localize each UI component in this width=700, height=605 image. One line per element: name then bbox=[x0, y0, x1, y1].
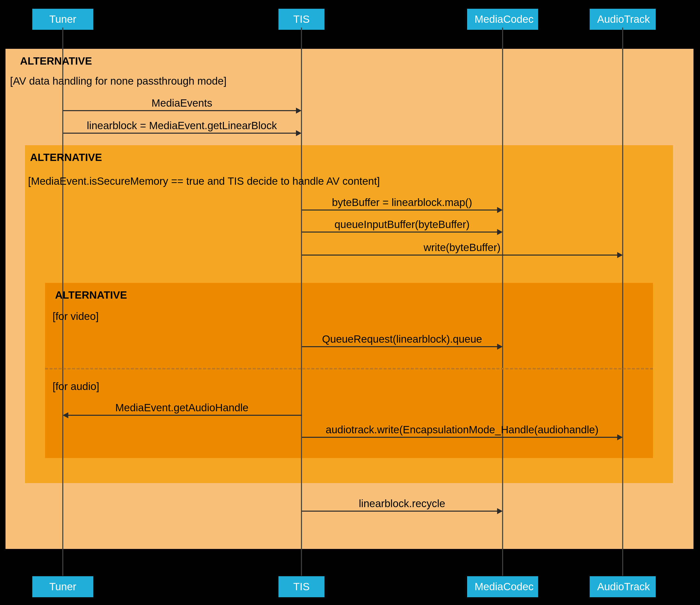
participant-tuner-top: Tuner bbox=[32, 8, 94, 30]
alt-condition-video: [for video] bbox=[53, 310, 99, 322]
lifeline-mediacodec bbox=[502, 27, 503, 576]
msg-label-recycle: linearblock.recycle bbox=[301, 498, 503, 510]
participant-audiotrack-top: AudioTrack bbox=[589, 8, 656, 30]
msg-arrow-audiowrite bbox=[617, 434, 623, 440]
lifeline-audiotrack bbox=[622, 27, 623, 576]
participant-tis-bottom: TIS bbox=[278, 576, 325, 598]
msg-line-write bbox=[302, 255, 617, 256]
msg-label-queueinput: queueInputBuffer(byteBuffer) bbox=[301, 219, 503, 231]
alt-divider bbox=[45, 368, 653, 369]
msg-arrow-write bbox=[617, 252, 623, 258]
participant-audiotrack-bottom: AudioTrack bbox=[589, 576, 656, 598]
msg-arrow-mediaevents bbox=[296, 107, 301, 114]
msg-label-map: byteBuffer = linearblock.map() bbox=[301, 196, 503, 209]
msg-label-audiowrite: audiotrack.write(EncapsulationMode_Handl… bbox=[301, 424, 623, 436]
msg-label-write: write(byteBuffer) bbox=[301, 242, 623, 253]
msg-label-getlinearblock: linearblock = MediaEvent.getLinearBlock bbox=[62, 120, 301, 132]
msg-line-map bbox=[302, 210, 497, 211]
alt-condition-audio: [for audio] bbox=[53, 381, 99, 392]
msg-arrow-map bbox=[497, 207, 503, 213]
msg-label-queuerequest: QueueRequest(linearblock).queue bbox=[301, 333, 503, 345]
participant-tis-top: TIS bbox=[278, 8, 325, 30]
alt-header-2: ALTERNATIVE bbox=[30, 151, 102, 164]
msg-line-recycle bbox=[302, 511, 497, 512]
msg-arrow-recycle bbox=[497, 508, 503, 514]
msg-line-getlinearblock bbox=[63, 133, 296, 134]
msg-label-getaudiohandle: MediaEvent.getAudioHandle bbox=[62, 402, 301, 414]
msg-line-queueinput bbox=[302, 232, 497, 233]
msg-arrow-getaudiohandle bbox=[63, 412, 68, 418]
msg-arrow-getlinearblock bbox=[296, 130, 301, 136]
lifeline-tuner bbox=[62, 27, 63, 576]
alt-header-1: ALTERNATIVE bbox=[20, 55, 92, 67]
msg-line-queuerequest bbox=[302, 346, 497, 347]
participant-mediacodec-bottom: MediaCodec bbox=[467, 576, 539, 598]
msg-arrow-queuerequest bbox=[497, 344, 503, 350]
participant-mediacodec-top: MediaCodec bbox=[467, 8, 539, 30]
msg-line-audiowrite bbox=[302, 437, 617, 438]
alt-condition-2: [MediaEvent.isSecureMemory == true and T… bbox=[28, 175, 380, 187]
alt-header-3: ALTERNATIVE bbox=[55, 289, 127, 301]
msg-label-mediaevents: MediaEvents bbox=[62, 97, 301, 109]
participant-tuner-bottom: Tuner bbox=[32, 576, 94, 598]
msg-line-mediaevents bbox=[63, 110, 296, 111]
msg-arrow-queueinput bbox=[497, 229, 503, 235]
msg-line-getaudiohandle bbox=[68, 415, 302, 416]
alt-condition-1: [AV data handling for none passthrough m… bbox=[10, 75, 227, 87]
